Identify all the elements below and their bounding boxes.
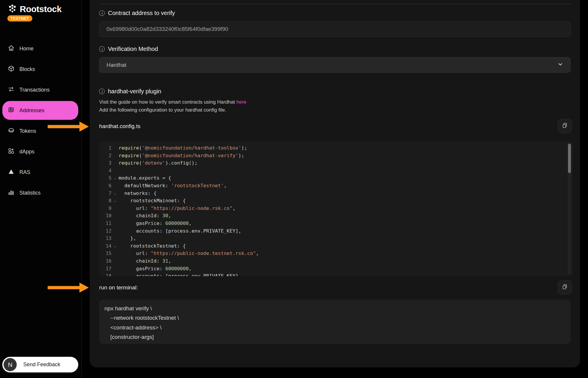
- sidebar-item-label: Blocks: [19, 66, 35, 72]
- terminal-line: npx hardhat verify \: [104, 304, 571, 313]
- info-icon[interactable]: i: [99, 10, 105, 16]
- code-line: 4: [99, 167, 566, 175]
- code-scrollbar-thumb[interactable]: [568, 144, 571, 173]
- code-line: 1require('@nomicfoundation/hardhat-toolb…: [99, 144, 566, 152]
- copy-config-button[interactable]: [558, 119, 572, 133]
- sidebar-item-label: Statistics: [19, 190, 41, 196]
- plugin-title-row: i hardhat-verify plugin: [99, 88, 161, 95]
- sidebar-item-label: RAS: [19, 169, 30, 175]
- code-line: 10 chainId: 30,: [99, 212, 566, 220]
- annotation-arrow-config: [48, 120, 89, 133]
- code-line: 16 chainId: 31,: [99, 257, 566, 265]
- code-line: 5⌄module.exports = {: [99, 174, 566, 182]
- chevron-down-icon: [557, 61, 563, 69]
- contract-address-label: Contract address to verify: [108, 10, 175, 16]
- plugin-guide-line2: Add the following configuration to your …: [99, 107, 226, 113]
- fold-chevron-icon[interactable]: ⌄: [111, 242, 119, 250]
- fold-spacer: [111, 212, 119, 220]
- code-line: 7⌄ networks: {: [99, 190, 566, 197]
- dapps-icon: [8, 147, 15, 156]
- code-line: 14⌄ rootstockTestnet: {: [99, 242, 566, 250]
- plugin-guide-text: Visit the guide on how to verify smart c…: [99, 99, 235, 105]
- send-feedback-button[interactable]: N Send Feedback: [2, 357, 78, 372]
- contract-address-input[interactable]: [99, 21, 571, 37]
- verification-method-select[interactable]: Hardhat: [99, 57, 571, 73]
- sidebar-item-label: dApps: [19, 149, 34, 155]
- contract-address-label-row: i Contract address to verify: [99, 10, 175, 16]
- sidebar-item-label: Addresses: [19, 107, 44, 114]
- code-line: 11 gasPrice: 60000000,: [99, 220, 566, 227]
- fold-spacer: [111, 205, 119, 212]
- brand-name: Rootstock: [20, 4, 61, 14]
- verify-contract-panel: i Contract address to verify i Verificat…: [90, 0, 580, 367]
- transactions-icon: [8, 86, 15, 94]
- code-line: 17 gasPrice: 60000000,: [99, 265, 566, 273]
- code-line: 12 accounts: [process.env.PRIVATE_KEY],: [99, 227, 566, 235]
- guide-here-link[interactable]: here: [236, 99, 246, 105]
- blocks-icon: [8, 65, 15, 74]
- fold-spacer: [111, 235, 119, 242]
- info-icon[interactable]: i: [99, 46, 105, 52]
- annotation-arrow-terminal: [48, 281, 89, 294]
- config-file-heading: hardhat.config.ts: [99, 123, 140, 130]
- terminal-line: <contract-address> \: [104, 323, 571, 332]
- sidebar-item-blocks[interactable]: Blocks: [2, 62, 78, 76]
- terminal-line: [constructor-args]: [104, 332, 571, 342]
- verification-method-value: Hardhat: [106, 62, 126, 68]
- copy-icon: [562, 122, 568, 130]
- code-line: 9 url: "https://public-node.rsk.co",: [99, 205, 566, 212]
- plugin-guide-line1: Visit the guide on how to verify smart c…: [99, 99, 246, 105]
- brand-logo[interactable]: Rootstock: [7, 4, 61, 15]
- fold-chevron-icon[interactable]: ⌄: [111, 174, 119, 182]
- code-editor[interactable]: 1require('@nomicfoundation/hardhat-toolb…: [99, 141, 573, 276]
- terminal-command-block[interactable]: npx hardhat verify \ --network rootstock…: [99, 300, 571, 344]
- fold-spacer: [111, 182, 119, 190]
- verification-method-label: Verification Method: [108, 46, 158, 52]
- tokens-icon: [8, 127, 15, 135]
- fold-spacer: [111, 144, 119, 152]
- fold-spacer: [111, 272, 119, 276]
- code-line: 6 defaultNetwork: 'rootstockTestnet',: [99, 182, 566, 190]
- sidebar-item-transactions[interactable]: Transactions: [2, 83, 78, 97]
- terminal-heading: run on terminal:: [99, 284, 138, 291]
- code-line: 8⌄ rootstockMainnet: {: [99, 197, 566, 205]
- sidebar-item-ras[interactable]: RAS: [2, 165, 78, 179]
- info-icon[interactable]: i: [99, 89, 105, 94]
- statistics-icon: [8, 189, 15, 197]
- nextjs-dev-icon[interactable]: N: [4, 358, 17, 371]
- fold-spacer: [111, 265, 119, 273]
- ras-icon: [8, 168, 15, 177]
- top-divider: [99, 4, 571, 4]
- code-line: 18 accounts: [process.env.PRIVATE_KEY],: [99, 272, 566, 276]
- fold-spacer: [111, 159, 119, 167]
- code-lines: 1require('@nomicfoundation/hardhat-toolb…: [99, 144, 566, 276]
- fold-spacer: [111, 227, 119, 235]
- verification-method-label-row: i Verification Method: [99, 46, 158, 52]
- testnet-badge: TESTNET: [7, 15, 32, 21]
- sidebar-item-label: Transactions: [19, 87, 49, 93]
- fold-chevron-icon[interactable]: ⌄: [111, 197, 119, 205]
- fold-spacer: [111, 220, 119, 227]
- terminal-line: --network rootstockTestnet \: [104, 313, 571, 323]
- fold-chevron-icon[interactable]: ⌄: [111, 190, 119, 197]
- copy-icon: [562, 284, 568, 291]
- sidebar-item-dapps[interactable]: dApps: [2, 145, 78, 158]
- sidebar-divider: [81, 0, 82, 378]
- rootstock-flower-icon: [7, 4, 17, 15]
- sidebar-item-label: Home: [19, 46, 34, 52]
- code-line: 15 url: "https://public-node.testnet.rsk…: [99, 250, 566, 257]
- addresses-icon: [8, 106, 15, 115]
- sidebar: Rootstock TESTNET Home Blocks: [0, 0, 81, 378]
- fold-spacer: [111, 257, 119, 265]
- sidebar-item-addresses[interactable]: Addresses: [2, 101, 78, 120]
- code-line: 13 },: [99, 235, 566, 242]
- send-feedback-label: Send Feedback: [23, 362, 60, 368]
- fold-spacer: [111, 152, 119, 160]
- plugin-title: hardhat-verify plugin: [108, 88, 161, 95]
- copy-terminal-button[interactable]: [558, 280, 572, 294]
- sidebar-item-label: Tokens: [19, 128, 36, 134]
- sidebar-item-home[interactable]: Home: [2, 42, 78, 55]
- code-line: 3require('dotenv').config();: [99, 159, 566, 167]
- home-icon: [8, 44, 15, 53]
- sidebar-item-statistics[interactable]: Statistics: [2, 186, 78, 200]
